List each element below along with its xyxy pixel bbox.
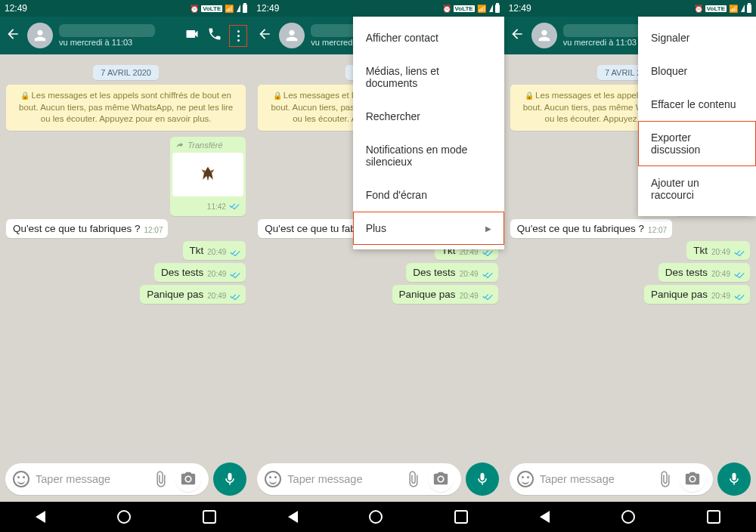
camera-button[interactable] (175, 466, 201, 492)
last-seen: vu mercredi à 11:03 (59, 38, 178, 47)
message-out[interactable]: Tkt20:49 (183, 241, 246, 260)
volte-icon: VoLTE (201, 5, 222, 12)
contact-name: Contact redacted 0 (59, 24, 155, 37)
read-ticks-icon (229, 202, 240, 209)
navigation-bar (504, 502, 756, 532)
message-out[interactable]: Panique pas20:49 (392, 285, 498, 304)
forward-icon (175, 141, 184, 149)
read-ticks-icon (482, 292, 493, 300)
message-out[interactable]: Des tests20:49 (658, 263, 750, 282)
message-out[interactable]: Des tests20:49 (406, 263, 497, 282)
avatar[interactable] (27, 23, 53, 48)
message-in[interactable]: Qu'est ce que tu fabriques ?12:07 (510, 219, 672, 238)
menu-export-chat[interactable]: Exporter discussion (638, 121, 756, 166)
volte-icon: VoLTE (454, 5, 475, 12)
input-placeholder: Taper message (540, 473, 651, 485)
message-forwarded-image[interactable]: Transféré 11:42 (170, 137, 246, 216)
message-input[interactable]: Taper message (257, 463, 460, 495)
input-placeholder: Taper message (36, 473, 147, 485)
message-in[interactable]: Qu'est ce que tu fabriques ?12:07 (6, 219, 168, 238)
attach-icon[interactable] (405, 471, 422, 487)
navigation-bar (0, 502, 252, 532)
mic-icon (222, 471, 237, 487)
status-bar: 12:49 ⏰ VoLTE 📶 (504, 0, 756, 17)
overflow-menu: Afficher contact Médias, liens et docume… (353, 17, 504, 249)
date-badge: 7 AVRIL 2020 (6, 65, 246, 79)
nav-home-button[interactable] (369, 510, 383, 524)
status-bar: 12:49 ⏰ VoLTE 📶 (0, 0, 252, 17)
avatar[interactable] (279, 23, 305, 48)
more-vertical-icon (233, 30, 243, 42)
more-menu-button[interactable] (229, 25, 247, 47)
camera-icon (684, 471, 701, 487)
back-icon[interactable] (5, 26, 21, 45)
nav-recent-button[interactable] (454, 510, 468, 524)
input-placeholder: Taper message (287, 473, 398, 485)
video-call-icon[interactable] (184, 26, 200, 45)
menu-more[interactable]: Plus▶ (353, 212, 504, 245)
nav-back-button[interactable] (540, 511, 550, 523)
alarm-icon: ⏰ (694, 5, 703, 13)
menu-media-links-docs[interactable]: Médias, liens et documents (353, 54, 504, 100)
message-out[interactable]: Panique pas20:49 (140, 285, 246, 304)
message-out[interactable]: Des tests20:49 (154, 263, 246, 282)
read-ticks-icon (482, 249, 493, 256)
read-ticks-icon (734, 249, 745, 256)
forwarded-label: Transféré (187, 141, 222, 150)
screenshot-panel-1: 12:49 ⏰ VoLTE 📶 Contact redacted 0 vu me… (0, 0, 252, 532)
alarm-icon: ⏰ (190, 5, 199, 13)
emoji-icon[interactable] (13, 471, 29, 487)
wifi-icon: 📶 (477, 5, 486, 13)
camera-button[interactable] (428, 466, 454, 492)
menu-wallpaper[interactable]: Fond d'écran (353, 178, 504, 212)
signal-icon (741, 5, 745, 12)
back-icon[interactable] (509, 26, 525, 45)
menu-report[interactable]: Signaler (638, 21, 756, 54)
voice-record-button[interactable] (466, 462, 499, 496)
nav-home-button[interactable] (621, 510, 635, 524)
avatar[interactable] (531, 23, 557, 48)
camera-button[interactable] (680, 466, 705, 492)
read-ticks-icon (734, 292, 745, 300)
message-out[interactable]: Panique pas20:49 (644, 285, 750, 304)
menu-view-contact[interactable]: Afficher contact (353, 21, 504, 54)
nav-back-button[interactable] (288, 511, 298, 523)
back-icon[interactable] (256, 26, 273, 45)
status-time: 12:49 (5, 3, 27, 14)
read-ticks-icon (734, 271, 745, 278)
menu-search[interactable]: Rechercher (353, 100, 504, 133)
voice-record-button[interactable] (717, 462, 751, 496)
attach-icon[interactable] (657, 471, 674, 487)
signal-icon (489, 5, 493, 12)
voice-call-icon[interactable] (206, 26, 223, 45)
encryption-notice[interactable]: 🔒Les messages et les appels sont chiffré… (6, 85, 246, 131)
nav-recent-button[interactable] (203, 510, 216, 524)
wifi-icon: 📶 (729, 5, 738, 13)
nav-recent-button[interactable] (707, 510, 720, 524)
screenshot-panel-3: 12:49 ⏰ VoLTE 📶 Contact redacted 0 vu me… (504, 0, 756, 532)
lock-icon: 🔒 (525, 91, 534, 100)
emoji-icon[interactable] (265, 471, 281, 487)
chat-area: 7 AVRIL 2020 🔒Les messages et les appels… (0, 54, 252, 458)
voice-record-button[interactable] (213, 462, 246, 496)
message-input[interactable]: Taper message (510, 463, 713, 495)
status-bar: 12:49 ⏰ VoLTE 📶 (252, 0, 503, 17)
nav-back-button[interactable] (36, 511, 45, 523)
alarm-icon: ⏰ (442, 5, 451, 13)
nav-home-button[interactable] (117, 510, 131, 524)
message-out[interactable]: Tkt20:49 (686, 241, 750, 260)
attach-icon[interactable] (153, 471, 169, 487)
menu-block[interactable]: Bloquer (638, 54, 756, 88)
camera-icon (432, 471, 449, 487)
lock-icon: 🔒 (273, 91, 282, 100)
menu-clear-chat[interactable]: Effacer le contenu (638, 88, 756, 121)
battery-icon (495, 5, 500, 13)
message-input[interactable]: Taper message (5, 463, 209, 495)
chevron-right-icon: ▶ (485, 224, 491, 233)
menu-add-shortcut[interactable]: Ajouter un raccourci (638, 166, 756, 212)
emoji-icon[interactable] (517, 471, 534, 487)
menu-mute-notifications[interactable]: Notifications en mode silencieux (353, 133, 504, 178)
header-info[interactable]: Contact redacted 0 vu mercredi à 11:03 (59, 24, 178, 47)
eagle-sticker (195, 162, 221, 187)
lock-icon: 🔒 (20, 91, 29, 100)
